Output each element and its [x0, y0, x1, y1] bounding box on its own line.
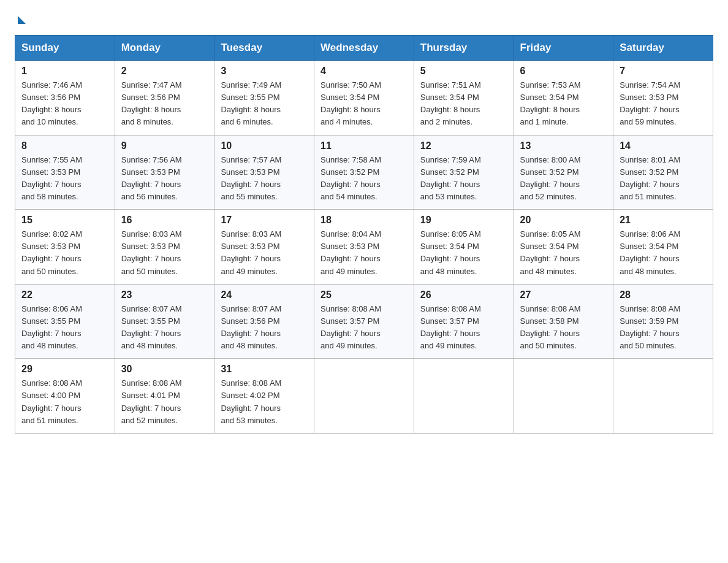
day-info: Sunrise: 8:08 AMSunset: 3:58 PMDaylight:… — [520, 303, 607, 353]
day-number: 14 — [620, 140, 707, 151]
calendar-week-row: 15 Sunrise: 8:02 AMSunset: 3:53 PMDaylig… — [15, 210, 713, 285]
day-info: Sunrise: 7:54 AMSunset: 3:53 PMDaylight:… — [620, 79, 707, 129]
day-number: 27 — [520, 289, 607, 301]
day-info: Sunrise: 8:03 AMSunset: 3:53 PMDaylight:… — [221, 228, 308, 278]
day-info: Sunrise: 8:06 AMSunset: 3:55 PMDaylight:… — [21, 303, 108, 353]
day-number: 26 — [420, 289, 507, 301]
calendar-cell — [414, 359, 514, 434]
calendar-cell: 9 Sunrise: 7:56 AMSunset: 3:53 PMDayligh… — [115, 135, 214, 210]
calendar-cell: 16 Sunrise: 8:03 AMSunset: 3:53 PMDaylig… — [115, 210, 214, 285]
day-number: 23 — [121, 289, 208, 301]
calendar-cell: 12 Sunrise: 7:59 AMSunset: 3:52 PMDaylig… — [414, 135, 514, 210]
calendar-week-row: 22 Sunrise: 8:06 AMSunset: 3:55 PMDaylig… — [15, 284, 713, 359]
calendar-week-row: 8 Sunrise: 7:55 AMSunset: 3:53 PMDayligh… — [15, 135, 713, 210]
calendar-cell: 21 Sunrise: 8:06 AMSunset: 3:54 PMDaylig… — [613, 210, 713, 285]
day-number: 15 — [21, 215, 108, 226]
day-info: Sunrise: 8:08 AMSunset: 3:57 PMDaylight:… — [320, 303, 408, 353]
day-number: 11 — [320, 140, 408, 151]
calendar-cell: 31 Sunrise: 8:08 AMSunset: 4:02 PMDaylig… — [214, 359, 314, 434]
calendar-cell: 11 Sunrise: 7:58 AMSunset: 3:52 PMDaylig… — [314, 135, 414, 210]
calendar-cell — [613, 359, 713, 434]
day-number: 13 — [520, 140, 607, 151]
day-number: 5 — [420, 66, 507, 77]
calendar-cell: 26 Sunrise: 8:08 AMSunset: 3:57 PMDaylig… — [414, 284, 514, 359]
calendar-cell: 15 Sunrise: 8:02 AMSunset: 3:53 PMDaylig… — [15, 210, 115, 285]
day-info: Sunrise: 7:55 AMSunset: 3:53 PMDaylight:… — [21, 154, 108, 204]
calendar-cell: 24 Sunrise: 8:07 AMSunset: 3:56 PMDaylig… — [214, 284, 314, 359]
calendar-cell: 13 Sunrise: 8:00 AMSunset: 3:52 PMDaylig… — [514, 135, 613, 210]
day-info: Sunrise: 8:00 AMSunset: 3:52 PMDaylight:… — [520, 154, 607, 204]
day-number: 6 — [520, 66, 607, 77]
calendar-cell: 4 Sunrise: 7:50 AMSunset: 3:54 PMDayligh… — [314, 61, 414, 136]
header-monday: Monday — [115, 36, 214, 61]
day-info: Sunrise: 7:47 AMSunset: 3:56 PMDaylight:… — [121, 79, 208, 129]
day-number: 29 — [21, 364, 108, 375]
day-info: Sunrise: 8:04 AMSunset: 3:53 PMDaylight:… — [320, 228, 408, 278]
page-header — [15, 15, 713, 24]
day-number: 20 — [520, 215, 607, 226]
calendar-cell: 19 Sunrise: 8:05 AMSunset: 3:54 PMDaylig… — [414, 210, 514, 285]
logo — [15, 15, 26, 24]
day-info: Sunrise: 7:49 AMSunset: 3:55 PMDaylight:… — [221, 79, 308, 129]
day-info: Sunrise: 7:50 AMSunset: 3:54 PMDaylight:… — [320, 79, 408, 129]
day-number: 18 — [320, 215, 408, 226]
day-info: Sunrise: 7:51 AMSunset: 3:54 PMDaylight:… — [420, 79, 507, 129]
calendar-cell: 7 Sunrise: 7:54 AMSunset: 3:53 PMDayligh… — [613, 61, 713, 136]
calendar-cell: 20 Sunrise: 8:05 AMSunset: 3:54 PMDaylig… — [514, 210, 613, 285]
day-info: Sunrise: 8:08 AMSunset: 3:57 PMDaylight:… — [420, 303, 507, 353]
header-saturday: Saturday — [613, 36, 713, 61]
calendar-cell: 5 Sunrise: 7:51 AMSunset: 3:54 PMDayligh… — [414, 61, 514, 136]
day-number: 31 — [221, 364, 308, 375]
day-info: Sunrise: 8:01 AMSunset: 3:52 PMDaylight:… — [620, 154, 707, 204]
calendar-cell: 22 Sunrise: 8:06 AMSunset: 3:55 PMDaylig… — [15, 284, 115, 359]
day-info: Sunrise: 7:57 AMSunset: 3:53 PMDaylight:… — [221, 154, 308, 204]
day-info: Sunrise: 8:05 AMSunset: 3:54 PMDaylight:… — [420, 228, 507, 278]
header-tuesday: Tuesday — [214, 36, 314, 61]
day-info: Sunrise: 8:08 AMSunset: 3:59 PMDaylight:… — [620, 303, 707, 353]
header-wednesday: Wednesday — [314, 36, 414, 61]
day-number: 25 — [320, 289, 408, 301]
day-info: Sunrise: 7:56 AMSunset: 3:53 PMDaylight:… — [121, 154, 208, 204]
day-info: Sunrise: 8:05 AMSunset: 3:54 PMDaylight:… — [520, 228, 607, 278]
calendar-table: SundayMondayTuesdayWednesdayThursdayFrid… — [15, 35, 713, 434]
day-info: Sunrise: 8:08 AMSunset: 4:00 PMDaylight:… — [21, 377, 108, 427]
day-info: Sunrise: 7:59 AMSunset: 3:52 PMDaylight:… — [420, 154, 507, 204]
day-info: Sunrise: 8:03 AMSunset: 3:53 PMDaylight:… — [121, 228, 208, 278]
day-number: 4 — [320, 66, 408, 77]
calendar-cell: 28 Sunrise: 8:08 AMSunset: 3:59 PMDaylig… — [613, 284, 713, 359]
day-info: Sunrise: 8:06 AMSunset: 3:54 PMDaylight:… — [620, 228, 707, 278]
calendar-cell: 8 Sunrise: 7:55 AMSunset: 3:53 PMDayligh… — [15, 135, 115, 210]
header-friday: Friday — [514, 36, 613, 61]
calendar-cell: 23 Sunrise: 8:07 AMSunset: 3:55 PMDaylig… — [115, 284, 214, 359]
calendar-cell: 25 Sunrise: 8:08 AMSunset: 3:57 PMDaylig… — [314, 284, 414, 359]
day-number: 21 — [620, 215, 707, 226]
header-sunday: Sunday — [15, 36, 115, 61]
calendar-week-row: 1 Sunrise: 7:46 AMSunset: 3:56 PMDayligh… — [15, 61, 713, 136]
day-number: 3 — [221, 66, 308, 77]
calendar-cell: 18 Sunrise: 8:04 AMSunset: 3:53 PMDaylig… — [314, 210, 414, 285]
day-number: 30 — [121, 364, 208, 375]
day-info: Sunrise: 7:53 AMSunset: 3:54 PMDaylight:… — [520, 79, 607, 129]
calendar-cell: 14 Sunrise: 8:01 AMSunset: 3:52 PMDaylig… — [613, 135, 713, 210]
day-number: 19 — [420, 215, 507, 226]
day-number: 22 — [21, 289, 108, 301]
calendar-cell: 2 Sunrise: 7:47 AMSunset: 3:56 PMDayligh… — [115, 61, 214, 136]
day-number: 17 — [221, 215, 308, 226]
day-info: Sunrise: 7:58 AMSunset: 3:52 PMDaylight:… — [320, 154, 408, 204]
day-number: 16 — [121, 215, 208, 226]
calendar-cell: 6 Sunrise: 7:53 AMSunset: 3:54 PMDayligh… — [514, 61, 613, 136]
day-number: 12 — [420, 140, 507, 151]
day-info: Sunrise: 7:46 AMSunset: 3:56 PMDaylight:… — [21, 79, 108, 129]
day-number: 1 — [21, 66, 108, 77]
day-number: 7 — [620, 66, 707, 77]
day-info: Sunrise: 8:08 AMSunset: 4:02 PMDaylight:… — [221, 377, 308, 427]
calendar-cell: 17 Sunrise: 8:03 AMSunset: 3:53 PMDaylig… — [214, 210, 314, 285]
calendar-cell: 27 Sunrise: 8:08 AMSunset: 3:58 PMDaylig… — [514, 284, 613, 359]
calendar-cell: 1 Sunrise: 7:46 AMSunset: 3:56 PMDayligh… — [15, 61, 115, 136]
calendar-cell — [314, 359, 414, 434]
day-number: 28 — [620, 289, 707, 301]
calendar-header-row: SundayMondayTuesdayWednesdayThursdayFrid… — [15, 36, 713, 61]
day-number: 2 — [121, 66, 208, 77]
day-number: 24 — [221, 289, 308, 301]
calendar-week-row: 29 Sunrise: 8:08 AMSunset: 4:00 PMDaylig… — [15, 359, 713, 434]
